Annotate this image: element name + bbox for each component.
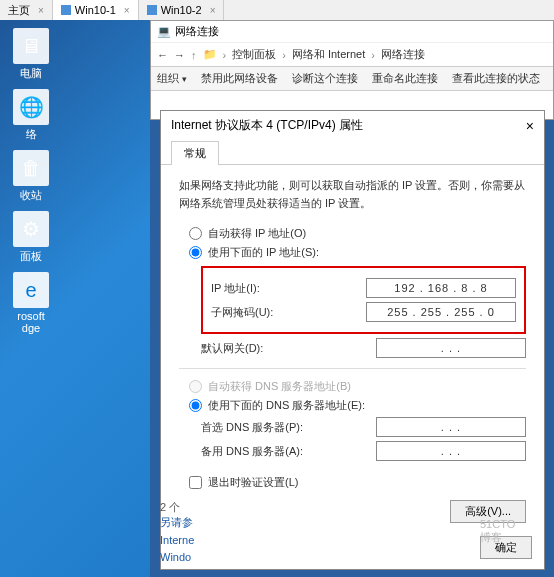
dialog-description: 如果网络支持此功能，则可以获取自动指派的 IP 设置。否则，你需要从网络系统管理…: [179, 177, 526, 212]
vm-icon: [61, 5, 71, 15]
dns2-input[interactable]: . . .: [376, 441, 526, 461]
desktop-icon-computer[interactable]: 🖥电脑: [4, 28, 58, 81]
ip-address-label: IP 地址(I):: [211, 281, 366, 296]
tab-label: 主页: [8, 3, 30, 18]
dialog-title: Internet 协议版本 4 (TCP/IPv4) 属性: [171, 117, 363, 134]
validate-checkbox[interactable]: [189, 476, 202, 489]
nav-up-icon[interactable]: ↑: [191, 49, 197, 61]
breadcrumb: ← → ↑ 📁 › 控制面板 › 网络和 Internet › 网络连接: [151, 43, 553, 66]
explorer-toolbar: 组织 禁用此网络设备 诊断这个连接 重命名此连接 查看此连接的状态: [151, 66, 553, 91]
item-count: 2 个: [160, 500, 180, 515]
auto-dns-radio: [189, 380, 202, 393]
dns2-label: 备用 DNS 服务器(A):: [201, 444, 376, 459]
tab-label: Win10-2: [161, 4, 202, 16]
dialog-footer: 确定 51CTO博客: [480, 536, 532, 559]
dialog-body: 如果网络支持此功能，则可以获取自动指派的 IP 设置。否则，你需要从网络系统管理…: [161, 165, 544, 502]
vm1-tab[interactable]: Win10-1×: [53, 0, 139, 20]
dns1-row: 首选 DNS 服务器(P): . . .: [201, 417, 526, 437]
vm-icon: [147, 5, 157, 15]
ipv4-properties-dialog: Internet 协议版本 4 (TCP/IPv4) 属性 × 常规 如果网络支…: [160, 110, 545, 570]
manual-dns-radio-row[interactable]: 使用下面的 DNS 服务器地址(E):: [189, 398, 526, 413]
subnet-mask-input[interactable]: 255 . 255 . 255 . 0: [366, 302, 516, 322]
separator: [179, 368, 526, 369]
auto-dns-radio-row: 自动获得 DNS 服务器地址(B): [189, 379, 526, 394]
ip-address-input[interactable]: 192 . 168 . 8 . 8: [366, 278, 516, 298]
nav-back-icon[interactable]: ←: [157, 49, 168, 61]
panel-icon: ⚙: [13, 211, 49, 247]
radio-label: 使用下面的 IP 地址(S):: [208, 245, 319, 260]
validate-checkbox-row[interactable]: 退出时验证设置(L): [189, 475, 526, 490]
window-title: 网络连接: [175, 24, 219, 39]
advanced-button[interactable]: 高级(V)...: [450, 500, 526, 523]
explorer-window: 💻 网络连接 ← → ↑ 📁 › 控制面板 › 网络和 Internet › 网…: [150, 20, 554, 120]
breadcrumb-item[interactable]: 网络和 Internet: [292, 47, 365, 62]
gateway-input[interactable]: . . .: [376, 338, 526, 358]
network-folder-icon: 💻: [157, 25, 171, 38]
close-icon[interactable]: ×: [210, 5, 216, 16]
edge-icon: e: [13, 272, 49, 308]
manual-dns-radio[interactable]: [189, 399, 202, 412]
radio-label: 自动获得 DNS 服务器地址(B): [208, 379, 351, 394]
disable-device[interactable]: 禁用此网络设备: [201, 71, 278, 86]
checkbox-label: 退出时验证设置(L): [208, 475, 298, 490]
recycle-icon: 🗑: [13, 150, 49, 186]
ip-address-row: IP 地址(I): 192 . 168 . 8 . 8: [211, 278, 516, 298]
tab-label: Win10-1: [75, 4, 116, 16]
subnet-mask-label: 子网掩码(U):: [211, 305, 366, 320]
ip-fields-highlight: IP 地址(I): 192 . 168 . 8 . 8 子网掩码(U): 255…: [201, 266, 526, 334]
diagnose-conn[interactable]: 诊断这个连接: [292, 71, 358, 86]
desktop-icon-edge[interactable]: erosoftdge: [4, 272, 58, 334]
tab-general[interactable]: 常规: [171, 141, 219, 165]
dialog-title-bar: Internet 协议版本 4 (TCP/IPv4) 属性 ×: [161, 111, 544, 140]
nav-fwd-icon[interactable]: →: [174, 49, 185, 61]
home-tab[interactable]: 主页×: [0, 0, 53, 20]
desktop-icon-recycle[interactable]: 🗑收站: [4, 150, 58, 203]
dns1-label: 首选 DNS 服务器(P):: [201, 420, 376, 435]
network-icon: 🌐: [13, 89, 49, 125]
auto-ip-radio-row[interactable]: 自动获得 IP 地址(O): [189, 226, 526, 241]
folder-icon: 📁: [203, 48, 217, 61]
desktop-icon-network[interactable]: 🌐络: [4, 89, 58, 142]
auto-ip-radio[interactable]: [189, 227, 202, 240]
breadcrumb-item[interactable]: 网络连接: [381, 47, 425, 62]
close-icon[interactable]: ×: [526, 118, 534, 134]
vm-tab-bar: 主页× Win10-1× Win10-2×: [0, 0, 554, 20]
explorer-title-bar: 💻 网络连接: [151, 21, 553, 43]
desktop-icon-panel[interactable]: ⚙面板: [4, 211, 58, 264]
ok-button[interactable]: 确定: [480, 536, 532, 559]
close-icon[interactable]: ×: [38, 5, 44, 16]
close-icon[interactable]: ×: [124, 5, 130, 16]
vm2-tab[interactable]: Win10-2×: [139, 0, 225, 20]
computer-icon: 🖥: [13, 28, 49, 64]
rename-conn[interactable]: 重命名此连接: [372, 71, 438, 86]
view-status[interactable]: 查看此连接的状态: [452, 71, 540, 86]
breadcrumb-item[interactable]: 控制面板: [232, 47, 276, 62]
organize-menu[interactable]: 组织: [157, 71, 187, 86]
sidebar-links: 另请参 Interne Windo: [160, 514, 194, 567]
gateway-label: 默认网关(D):: [201, 341, 376, 356]
dns1-input[interactable]: . . .: [376, 417, 526, 437]
manual-ip-radio-row[interactable]: 使用下面的 IP 地址(S):: [189, 245, 526, 260]
gateway-row: 默认网关(D): . . .: [201, 338, 526, 358]
manual-ip-radio[interactable]: [189, 246, 202, 259]
dns2-row: 备用 DNS 服务器(A): . . .: [201, 441, 526, 461]
dialog-tabs: 常规: [161, 140, 544, 165]
subnet-mask-row: 子网掩码(U): 255 . 255 . 255 . 0: [211, 302, 516, 322]
desktop-area: 🖥电脑 🌐络 🗑收站 ⚙面板 erosoftdge: [0, 20, 150, 577]
radio-label: 使用下面的 DNS 服务器地址(E):: [208, 398, 365, 413]
radio-label: 自动获得 IP 地址(O): [208, 226, 306, 241]
